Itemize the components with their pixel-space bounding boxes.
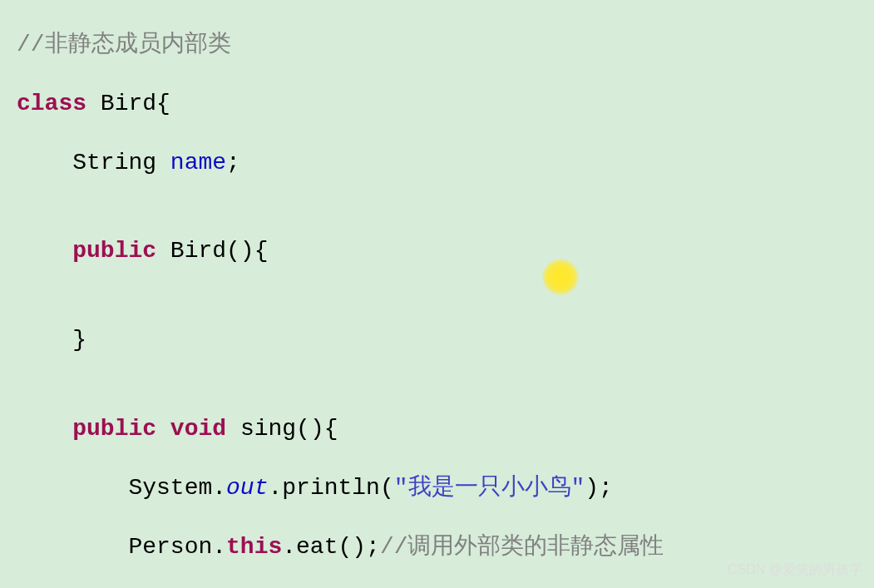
code-line: public void sing(){ — [0, 414, 874, 444]
code-line: Person.this.eat();//调用外部类的非静态属性 — [0, 532, 874, 562]
string-literal: "我是一只小小鸟" — [394, 475, 585, 501]
keyword-this: this — [226, 534, 282, 560]
method-sing: sing() — [240, 416, 324, 442]
code-line: //非静态成员内部类 — [0, 30, 874, 60]
field-out: out — [226, 475, 268, 501]
keyword-public: public — [72, 416, 156, 442]
field-name: name — [170, 150, 226, 175]
code-line: String name; — [0, 148, 874, 178]
code-line: public Bird(){ — [0, 236, 874, 266]
code-line: class Bird{ — [0, 89, 874, 119]
comment: //非静态成员内部类 — [17, 32, 231, 57]
code-editor[interactable]: //非静态成员内部类 class Bird{ String name; publ… — [0, 0, 874, 588]
code-line: System.out.println("我是一只小小鸟"); — [0, 473, 874, 503]
comment: //调用外部类的非静态属性 — [380, 534, 664, 560]
type-string: String — [72, 150, 156, 175]
class-name: Bird — [101, 91, 156, 116]
keyword-class: class — [17, 91, 86, 116]
code-line: } — [0, 325, 874, 355]
keyword-public: public — [72, 238, 156, 264]
constructor: Bird() — [170, 238, 254, 264]
watermark: CSDN @爱笑的男孩字 — [728, 561, 862, 578]
keyword-void: void — [170, 416, 226, 442]
